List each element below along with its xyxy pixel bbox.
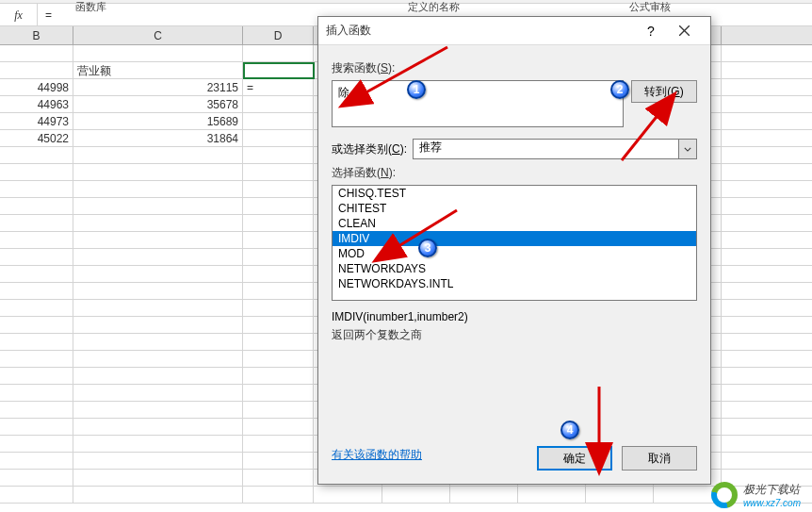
cell[interactable]: [450, 487, 518, 503]
function-item[interactable]: CHITEST: [333, 201, 696, 216]
cell[interactable]: 44963: [0, 96, 73, 112]
cell[interactable]: 营业额: [73, 62, 243, 78]
cell[interactable]: [243, 419, 314, 435]
cell[interactable]: [0, 147, 73, 163]
cell[interactable]: [73, 317, 243, 333]
cell[interactable]: [243, 300, 314, 316]
cell[interactable]: 31864: [73, 130, 243, 146]
cell[interactable]: 15689: [73, 113, 243, 129]
go-button[interactable]: 转到(G): [631, 80, 697, 103]
cell[interactable]: [0, 266, 73, 282]
cell[interactable]: [518, 487, 586, 503]
cell[interactable]: [73, 45, 243, 61]
cell[interactable]: [73, 266, 243, 282]
cell[interactable]: [0, 487, 73, 503]
cell[interactable]: [243, 45, 314, 61]
function-item[interactable]: NETWORKDAYS: [333, 261, 696, 276]
cell[interactable]: [73, 436, 243, 452]
cell[interactable]: [0, 300, 73, 316]
cell[interactable]: [243, 402, 314, 418]
cell[interactable]: [73, 300, 243, 316]
cell[interactable]: [243, 62, 314, 78]
close-icon[interactable]: [665, 24, 703, 39]
cell[interactable]: [243, 130, 314, 146]
cell[interactable]: [243, 181, 314, 197]
cell[interactable]: [73, 164, 243, 180]
cell[interactable]: [73, 232, 243, 248]
fx-label[interactable]: fx: [0, 4, 38, 25]
cell[interactable]: [73, 368, 243, 384]
cell[interactable]: [0, 215, 73, 231]
cell[interactable]: [243, 487, 314, 503]
cell[interactable]: [73, 147, 243, 163]
cell[interactable]: 44998: [0, 79, 73, 95]
cell[interactable]: [243, 368, 314, 384]
cell[interactable]: 45022: [0, 130, 73, 146]
col-header-d[interactable]: D: [243, 26, 314, 44]
cell[interactable]: [73, 453, 243, 469]
cell[interactable]: [0, 164, 73, 180]
function-item[interactable]: CHISQ.TEST: [333, 186, 696, 201]
cell[interactable]: [0, 283, 73, 299]
cell[interactable]: [243, 232, 314, 248]
cell[interactable]: [73, 487, 243, 503]
search-input[interactable]: [332, 80, 624, 127]
cancel-button[interactable]: 取消: [622, 446, 697, 471]
cell[interactable]: [243, 147, 314, 163]
cell[interactable]: [243, 470, 314, 486]
cell[interactable]: [73, 419, 243, 435]
function-item[interactable]: NETWORKDAYS.INTL: [333, 276, 696, 291]
cell[interactable]: [0, 419, 73, 435]
cell[interactable]: 35678: [73, 96, 243, 112]
cell[interactable]: [243, 198, 314, 214]
cell[interactable]: 23115: [73, 79, 243, 95]
function-list[interactable]: CHISQ.TESTCHITESTCLEANIMDIVMODNETWORKDAY…: [332, 185, 697, 301]
cell[interactable]: [314, 487, 382, 503]
cell[interactable]: [73, 351, 243, 367]
col-header-c[interactable]: C: [73, 26, 243, 44]
function-item[interactable]: MOD: [333, 246, 696, 261]
function-item[interactable]: IMDIV: [333, 231, 696, 246]
cell[interactable]: [0, 198, 73, 214]
cell[interactable]: [0, 181, 73, 197]
cell[interactable]: =: [243, 79, 314, 95]
function-item[interactable]: CLEAN: [333, 216, 696, 231]
cell[interactable]: [243, 436, 314, 452]
cell[interactable]: [73, 215, 243, 231]
help-link[interactable]: 有关该函数的帮助: [332, 447, 422, 463]
cell[interactable]: [0, 45, 73, 61]
cell[interactable]: [243, 113, 314, 129]
cell[interactable]: [0, 436, 73, 452]
cell[interactable]: [243, 453, 314, 469]
cell[interactable]: [0, 368, 73, 384]
cell[interactable]: [0, 385, 73, 401]
cell[interactable]: [243, 215, 314, 231]
cell[interactable]: [73, 470, 243, 486]
cell[interactable]: [73, 334, 243, 350]
cell[interactable]: 44973: [0, 113, 73, 129]
cell[interactable]: [243, 96, 314, 112]
cell[interactable]: [243, 317, 314, 333]
cell[interactable]: [243, 283, 314, 299]
cell[interactable]: [73, 402, 243, 418]
category-select[interactable]: 推荐: [413, 139, 697, 159]
cell[interactable]: [0, 249, 73, 265]
cell[interactable]: [243, 334, 314, 350]
cell[interactable]: [0, 232, 73, 248]
cell[interactable]: [586, 487, 654, 503]
cell[interactable]: [73, 385, 243, 401]
cell[interactable]: [0, 453, 73, 469]
cell[interactable]: [382, 487, 450, 503]
cell[interactable]: [0, 334, 73, 350]
cell[interactable]: [0, 470, 73, 486]
cell[interactable]: [73, 283, 243, 299]
cell[interactable]: [243, 164, 314, 180]
help-icon[interactable]: ?: [637, 24, 665, 39]
cell[interactable]: [73, 181, 243, 197]
chevron-down-icon[interactable]: [678, 139, 697, 159]
cell[interactable]: [243, 385, 314, 401]
cell[interactable]: [73, 198, 243, 214]
cell[interactable]: [0, 402, 73, 418]
ok-button[interactable]: 确定: [537, 446, 612, 471]
cell[interactable]: [243, 266, 314, 282]
